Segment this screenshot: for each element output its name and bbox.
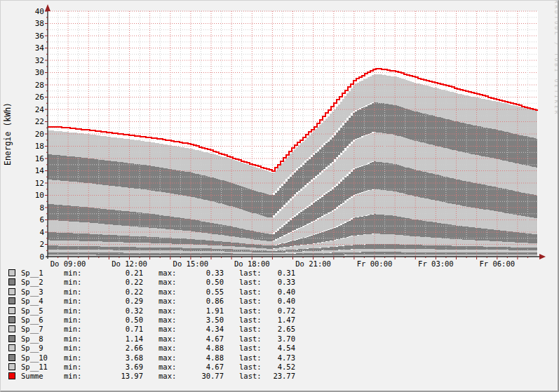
legend-last-label: last: xyxy=(239,306,262,316)
legend-max-label: max: xyxy=(159,353,177,363)
legend-min-label: min: xyxy=(64,269,82,278)
legend-last-label: last: xyxy=(239,325,262,334)
legend-last-value: 4.52 xyxy=(262,363,295,372)
legend-series-name: Sp__6 xyxy=(21,316,64,325)
svg-text:26: 26 xyxy=(35,93,44,102)
legend-max-label: max: xyxy=(159,278,177,287)
legend-swatch-dark xyxy=(8,354,15,361)
legend-max-value: 3.50 xyxy=(177,316,224,325)
svg-text:Do 18:00: Do 18:00 xyxy=(234,259,270,268)
legend-min-label: min: xyxy=(64,316,82,325)
legend-max-label: max: xyxy=(159,325,177,334)
legend-max-value: 4.88 xyxy=(177,344,224,353)
legend-row-Sp__1: Sp__1min:0.21max:0.33last:0.31 xyxy=(8,269,295,278)
svg-text:8: 8 xyxy=(39,203,44,212)
svg-text:10: 10 xyxy=(35,191,44,200)
legend-last-value: 4.54 xyxy=(262,344,295,353)
svg-text:40: 40 xyxy=(35,7,44,16)
svg-text:28: 28 xyxy=(35,81,44,90)
legend-last-value: 4.73 xyxy=(262,353,295,363)
svg-text:Do 12:00: Do 12:00 xyxy=(112,259,147,268)
legend-swatch-light xyxy=(8,344,15,351)
legend-last-label: last: xyxy=(239,269,262,278)
svg-text:24: 24 xyxy=(35,105,45,114)
legend-max-label: max: xyxy=(159,344,177,353)
svg-text:34: 34 xyxy=(35,43,45,53)
svg-text:0: 0 xyxy=(39,252,44,262)
legend-last-label: last: xyxy=(239,316,262,325)
legend-last-value: 0.72 xyxy=(262,306,295,316)
legend-last-value: 3.70 xyxy=(262,334,295,344)
svg-text:16: 16 xyxy=(35,154,44,163)
svg-text:22: 22 xyxy=(35,117,44,126)
legend-series-name: Sp__9 xyxy=(21,344,64,353)
legend-last-label: last: xyxy=(239,372,262,381)
legend-row-Sp__5: Sp__5min:0.32max:1.91last:0.72 xyxy=(8,306,295,316)
x-axis-labels: Do 09:00Do 12:00Do 15:00Do 18:00Do 21:00… xyxy=(50,259,515,268)
legend-row-Sp__9: Sp__9min:2.66max:4.88last:4.54 xyxy=(8,344,295,353)
legend-swatch-dark xyxy=(8,297,15,304)
rrdtool-watermark: RRDTOOL / TOBI OETIKER xyxy=(553,1,558,116)
svg-text:Do 21:00: Do 21:00 xyxy=(295,259,331,268)
svg-text:20: 20 xyxy=(35,130,44,139)
energy-stacked-area-chart: 0246810121416182022242628303234363840Do … xyxy=(1,1,558,269)
svg-text:6: 6 xyxy=(39,215,44,224)
legend-last-value: 0.40 xyxy=(262,297,295,306)
legend-max-value: 4.67 xyxy=(177,363,224,372)
svg-text:2: 2 xyxy=(39,240,44,249)
legend-row-Sp__7: Sp__7min:0.71max:4.34last:2.65 xyxy=(8,325,295,334)
legend-max-value: 0.50 xyxy=(177,278,224,287)
legend-series-name: Sp__7 xyxy=(21,325,64,334)
legend-last-value: 0.40 xyxy=(262,288,295,297)
legend-max-label: max: xyxy=(159,372,177,381)
legend-min-label: min: xyxy=(64,288,82,297)
legend-min-label: min: xyxy=(64,278,82,287)
x-axis-arrow-icon xyxy=(539,254,546,259)
legend-series-name: Sp__2 xyxy=(21,278,64,287)
legend-last-label: last: xyxy=(239,353,262,363)
y-axis-arrow-icon xyxy=(45,4,50,11)
svg-text:12: 12 xyxy=(35,179,44,188)
legend-swatch-light xyxy=(8,307,15,314)
legend-min-label: min: xyxy=(64,297,82,306)
legend-min-value: 0.21 xyxy=(82,269,143,278)
legend-min-label: min: xyxy=(64,363,82,372)
legend-row-Sp__2: Sp__2min:0.22max:0.50last:0.33 xyxy=(8,278,295,287)
svg-text:32: 32 xyxy=(35,56,44,65)
legend-min-value: 2.66 xyxy=(82,344,143,353)
svg-text:38: 38 xyxy=(35,19,44,28)
legend-series-name: Sp__10 xyxy=(21,353,64,363)
legend-last-label: last: xyxy=(239,278,262,287)
legend-row-Sp__3: Sp__3min:0.22max:0.55last:0.40 xyxy=(8,288,295,297)
legend-swatch-dark xyxy=(8,278,15,285)
legend-min-label: min: xyxy=(64,372,82,381)
legend-max-label: max: xyxy=(159,316,177,325)
svg-text:30: 30 xyxy=(35,68,44,77)
legend-row-Sp__6: Sp__6min:0.50max:3.50last:1.47 xyxy=(8,316,295,325)
legend-min-value: 0.22 xyxy=(82,278,143,287)
svg-text:14: 14 xyxy=(35,166,45,175)
legend-min-value: 13.97 xyxy=(82,372,143,381)
legend-row-Sp__4: Sp__4min:0.29max:0.86last:0.40 xyxy=(8,297,295,306)
legend-max-label: max: xyxy=(159,306,177,316)
legend-last-label: last: xyxy=(239,297,262,306)
legend-min-label: min: xyxy=(64,344,82,353)
legend-max-value: 1.91 xyxy=(177,306,224,316)
legend-min-value: 0.50 xyxy=(82,316,143,325)
svg-text:36: 36 xyxy=(35,32,44,41)
legend-row-Sp__11: Sp__11min:3.69max:4.67last:4.52 xyxy=(8,363,295,372)
legend-row-Summe: Summemin:13.97max:30.77last:23.77 xyxy=(8,372,295,381)
legend-min-value: 3.69 xyxy=(82,363,143,372)
svg-text:4: 4 xyxy=(39,228,44,237)
legend-swatch-light xyxy=(8,288,15,295)
legend-last-label: last: xyxy=(239,363,262,372)
legend-series-name: Sp__4 xyxy=(21,297,64,306)
legend-swatch-light xyxy=(8,325,15,332)
legend-min-value: 0.22 xyxy=(82,288,143,297)
legend-series-name: Sp__1 xyxy=(21,269,64,278)
legend-swatch-light xyxy=(8,269,15,276)
legend-series-name: Summe xyxy=(21,372,64,381)
legend-max-value: 4.88 xyxy=(177,353,224,363)
legend-max-label: max: xyxy=(159,269,177,278)
legend-last-value: 1.47 xyxy=(262,316,295,325)
